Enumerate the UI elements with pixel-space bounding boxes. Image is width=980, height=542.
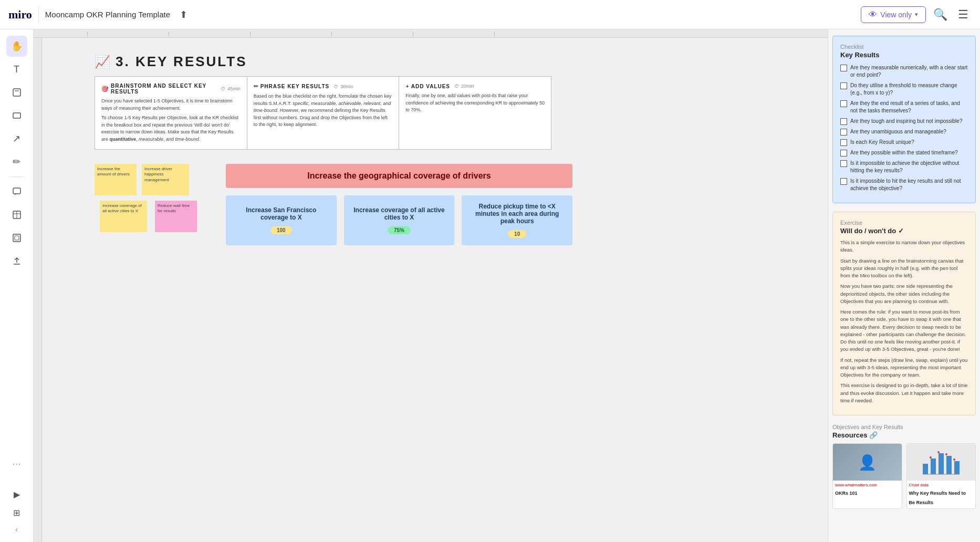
checklist-category: Checklist bbox=[840, 44, 968, 50]
upload-tool-button[interactable] bbox=[6, 251, 27, 272]
checklist-item: Do they utilise a threshold to measure c… bbox=[840, 82, 968, 97]
checkbox-5[interactable] bbox=[840, 129, 847, 136]
kr-card-1-badge: 100 bbox=[270, 226, 292, 234]
exercise-para-2: Start by drawing a line on the brainstor… bbox=[840, 257, 968, 280]
exercise-category: Exercise bbox=[840, 220, 968, 226]
chevron-down-icon: ▾ bbox=[915, 11, 918, 18]
topbar: miro Mooncamp OKR Planning Template ⬆ 👁 … bbox=[0, 0, 980, 29]
pencil-tool-button[interactable]: ✏ bbox=[6, 151, 27, 172]
checklist-label-3: Are they the end result of a series of t… bbox=[850, 100, 968, 114]
shape-tool-button[interactable] bbox=[6, 105, 27, 126]
canvas-viewport: 📈 3. KEY RESULTS 🎯 BRAINSTORM AND SELECT… bbox=[42, 38, 828, 542]
frame-tool-button[interactable] bbox=[6, 227, 27, 248]
comment-tool-button[interactable] bbox=[6, 181, 27, 202]
left-toolbar: ✋ T ↗ ✏ ··· ▶ ⊞ ‹ bbox=[0, 29, 34, 542]
menu-button[interactable]: ☰ bbox=[955, 5, 972, 25]
exercise-para-4: Here comes the rule: if you want to move… bbox=[840, 308, 968, 353]
checkbox-2[interactable] bbox=[840, 82, 847, 89]
resources-title: Resources 🔗 bbox=[832, 431, 976, 439]
svg-rect-14 bbox=[954, 461, 960, 474]
resource-title-2: Why Key Results Need to Be Results bbox=[909, 491, 966, 505]
kr-card-2: Increase coverage of all active cities t… bbox=[344, 195, 455, 245]
resources-panel: Objectives and Key Results Resources 🔗 👤… bbox=[832, 424, 976, 509]
checklist-label-4: Are they tough and inspiring but not imp… bbox=[850, 118, 962, 125]
svg-point-17 bbox=[937, 451, 940, 453]
svg-rect-12 bbox=[939, 453, 944, 474]
arrow-tool-button[interactable]: ↗ bbox=[6, 128, 27, 149]
checkbox-7[interactable] bbox=[840, 150, 847, 157]
resources-category: Objectives and Key Results bbox=[832, 424, 976, 430]
hand-tool-button[interactable]: ✋ bbox=[6, 36, 27, 57]
presentation-mode-button[interactable]: ▶ bbox=[11, 486, 23, 503]
svg-rect-13 bbox=[946, 456, 952, 474]
checkbox-1[interactable] bbox=[840, 65, 847, 71]
checkbox-4[interactable] bbox=[840, 118, 847, 125]
search-button[interactable]: 🔍 bbox=[930, 5, 951, 25]
phrase-clock-icon: ⏱ bbox=[333, 84, 338, 89]
grid-view-button[interactable]: ⊞ bbox=[10, 505, 23, 521]
checkbox-9[interactable] bbox=[840, 178, 847, 185]
exercise-para-6: This exercise is designed to go in-depth… bbox=[840, 382, 968, 404]
phrase-header: PHRASE KEY RESULTS bbox=[260, 84, 330, 89]
svg-rect-2 bbox=[13, 113, 20, 118]
table-tool-button[interactable] bbox=[6, 204, 27, 225]
objective-label: Increase the geographical coverage of dr… bbox=[233, 171, 565, 181]
more-tools-button[interactable]: ··· bbox=[6, 453, 27, 474]
phrase-column: ✏ PHRASE KEY RESULTS ⏱ 30min Based on th… bbox=[247, 77, 400, 149]
text-tool-button[interactable]: T bbox=[6, 59, 27, 80]
checklist-item: Are they the end result of a series of t… bbox=[840, 100, 968, 114]
add-values-header: ADD VALUES bbox=[411, 84, 450, 89]
resource-thumb-1: 👤 bbox=[833, 444, 902, 481]
checklist-label-1: Are they measurable numerically, with a … bbox=[850, 64, 968, 79]
checklist-item: Are they possible within the stated time… bbox=[840, 149, 968, 157]
vertical-ruler bbox=[34, 38, 42, 542]
search-icon: 🔍 bbox=[933, 8, 947, 21]
exercise-para-5: If not, repeat the steps (draw line, swa… bbox=[840, 357, 968, 379]
resource-card-2[interactable]: Chart data Why Key Results Need to Be Re… bbox=[906, 443, 976, 509]
brainstorm-time: 45min bbox=[227, 86, 241, 91]
note-tool-button[interactable] bbox=[6, 82, 27, 103]
svg-rect-8 bbox=[15, 236, 19, 240]
svg-rect-11 bbox=[931, 458, 936, 474]
checklist-title: Key Results bbox=[840, 51, 968, 59]
collapse-sidebar-button[interactable]: ‹ bbox=[11, 523, 23, 536]
checklist-label-9: Is it impossible to hit the key results … bbox=[850, 178, 968, 192]
svg-rect-3 bbox=[13, 188, 20, 194]
resource-title-1: OKRs 101 bbox=[835, 491, 858, 496]
kr-card-3-badge: 10 bbox=[508, 230, 526, 238]
checkbox-8[interactable] bbox=[840, 160, 847, 167]
view-only-button[interactable]: 👁 View only ▾ bbox=[861, 6, 926, 23]
exercise-title: Will do / won't do ✓ bbox=[840, 227, 968, 235]
resource-card-1[interactable]: 👤 www.whatmatters.com OKRs 101 bbox=[832, 443, 902, 509]
kr-cards-row: Increase San Francisco coverage to X 100… bbox=[226, 195, 572, 245]
upload-button[interactable]: ⬆ bbox=[176, 6, 191, 24]
phrase-icon: ✏ bbox=[254, 83, 258, 90]
menu-icon: ☰ bbox=[958, 8, 968, 21]
resource-url-2: Chart data bbox=[909, 483, 974, 487]
view-only-label: View only bbox=[880, 11, 912, 19]
svg-rect-7 bbox=[13, 234, 20, 242]
checkbox-6[interactable] bbox=[840, 139, 847, 146]
add-values-time: 20min bbox=[461, 84, 474, 89]
checklist-label-8: Is it impossible to achieve the objectiv… bbox=[850, 160, 968, 174]
miro-logo: miro bbox=[8, 8, 32, 22]
section-heading: 📈 3. KEY RESULTS 🎯 BRAINSTORM AND SELECT… bbox=[95, 54, 551, 150]
checklist-item: Are they tough and inspiring but not imp… bbox=[840, 118, 968, 125]
brainstorm-header: BRAINSTORM AND SELECT KEY RESULTS bbox=[111, 83, 216, 95]
brainstorm-icon2: ⏱ bbox=[221, 86, 225, 91]
section-emoji: 📈 bbox=[95, 55, 110, 69]
svg-point-16 bbox=[930, 456, 932, 458]
brainstorm-body-1: Once you have selected 1-5 Objectives, i… bbox=[101, 98, 241, 112]
add-values-icon: + bbox=[405, 83, 409, 89]
checklist-label-7: Are they possible within the stated time… bbox=[850, 149, 958, 157]
objective-area: Increase the geographical coverage of dr… bbox=[226, 164, 572, 245]
brainstorm-icon: 🎯 bbox=[101, 86, 109, 92]
sticky-note: Increase driver happiness management bbox=[142, 164, 189, 195]
add-values-body: Finally, one by one, add values with pos… bbox=[405, 92, 545, 114]
section-title: 3. KEY RESULTS bbox=[116, 54, 247, 70]
svg-point-19 bbox=[953, 458, 955, 461]
horizontal-ruler: │ │ │ │ │ │ bbox=[34, 29, 828, 38]
checkbox-3[interactable] bbox=[840, 100, 847, 107]
brainstorm-column: 🎯 BRAINSTORM AND SELECT KEY RESULTS ⏱ 45… bbox=[95, 77, 247, 149]
exercise-panel: Exercise Will do / won't do ✓ This is a … bbox=[832, 212, 976, 415]
